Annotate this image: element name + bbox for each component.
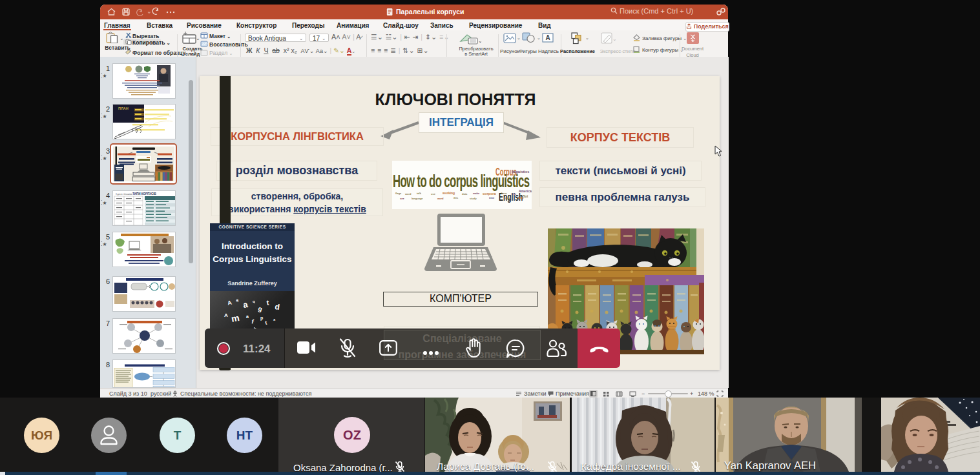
svg-text:x: x [273,318,276,321]
svg-text:this: this [454,196,459,199]
svg-text:talk: talk [417,192,422,195]
svg-text:⌄: ⌄ [478,38,481,44]
svg-text:BNC: BNC [518,196,524,199]
svg-text:d: d [274,302,280,312]
svg-text:ПЛАН: ПЛАН [118,106,129,110]
svg-text:q: q [253,299,255,303]
svg-text:study: study [470,197,477,200]
svg-text:a: a [246,314,249,319]
svg-text:⌄: ⌄ [612,36,616,42]
svg-text:them: them [501,192,507,195]
svg-text:А: А [545,34,550,41]
svg-text:time: time [489,196,495,199]
svg-text:word: word [437,197,444,200]
svg-text:ТИПИ КОРПУСІВ: ТИПИ КОРПУСІВ [132,192,156,196]
svg-text:t: t [266,299,269,307]
svg-text:see: see [400,197,404,200]
svg-text:f: f [251,318,255,325]
svg-text:t: t [264,320,267,326]
svg-text:a: a [242,299,249,310]
svg-text:a: a [235,298,238,303]
svg-text:word: word [404,192,412,196]
svg-text:look: look [505,197,511,200]
svg-text:working: working [442,191,455,195]
svg-text:3 дискл. більшими: 3 дискл. більшими [116,193,132,196]
svg-text:p: p [260,316,263,321]
svg-text:data: data [462,192,468,196]
svg-text:m: m [230,312,240,324]
svg-text:language: language [412,197,423,200]
svg-text:A: A [224,312,228,318]
svg-text:text: text [512,192,517,196]
svg-text:g: g [257,305,263,312]
svg-text:flage: flage [395,192,402,195]
svg-text:make: make [473,192,480,195]
svg-text:corpora: corpora [483,192,496,196]
svg-text:A: A [226,299,232,306]
svg-text:use: use [431,192,436,196]
